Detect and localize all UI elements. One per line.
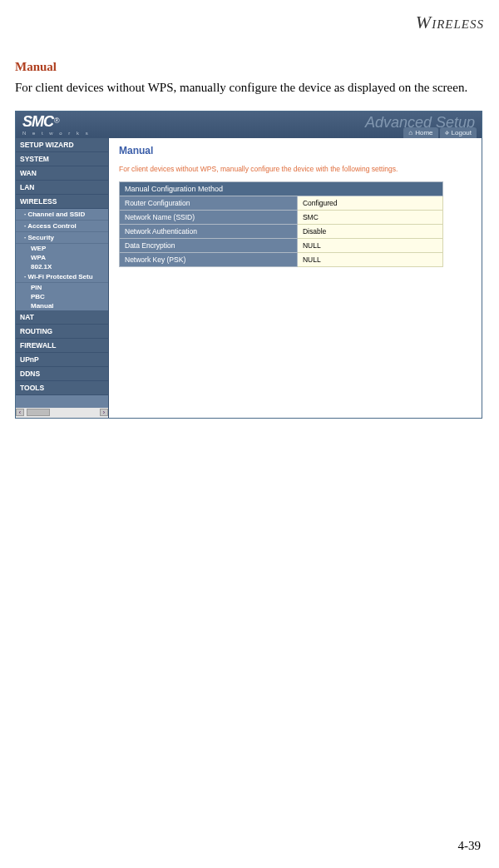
home-icon: ⌂: [408, 129, 413, 136]
table-row: Network Authentication Disable: [120, 224, 443, 238]
sidebar-item-pbc[interactable]: PBC: [16, 292, 108, 301]
cfg-label: Router Configuration: [120, 196, 298, 210]
top-banner: SMC® N e t w o r k s Advanced Setup ⌂ Ho…: [16, 112, 482, 138]
sidebar-item-upnp[interactable]: UPnP: [16, 353, 108, 367]
sidebar-item-wps[interactable]: Wi-Fi Protected Setu: [16, 271, 108, 283]
sidebar-item-wizard[interactable]: SETUP WIZARD: [16, 138, 108, 152]
header-word: IRELESS: [432, 17, 484, 31]
scroll-right-icon[interactable]: ›: [100, 409, 108, 416]
sidebar-scrollbar[interactable]: ‹ ›: [16, 408, 108, 418]
logout-tab[interactable]: ⎆ Logout: [440, 127, 477, 138]
sidebar: SETUP WIZARD SYSTEM WAN LAN WIRELESS Cha…: [16, 138, 109, 418]
sidebar-item-access[interactable]: Access Control: [16, 221, 108, 232]
sidebar-item-routing[interactable]: ROUTING: [16, 325, 108, 339]
sidebar-item-system[interactable]: SYSTEM: [16, 152, 108, 166]
sidebar-spacer: [16, 395, 108, 408]
scroll-thumb[interactable]: [27, 409, 50, 416]
table-row: Network Name (SSID) SMC: [120, 210, 443, 224]
sidebar-item-lan[interactable]: LAN: [16, 181, 108, 195]
table-header: Manual Configuration Method: [120, 181, 443, 196]
table-row: Data Encryption NULL: [120, 238, 443, 252]
cfg-label: Network Authentication: [120, 224, 298, 238]
section-heading: Manual: [0, 38, 499, 77]
sidebar-item-tools[interactable]: TOOLS: [16, 381, 108, 395]
content-title: Manual: [119, 145, 475, 156]
cfg-label: Network Key (PSK): [120, 252, 298, 266]
sidebar-item-channel[interactable]: Channel and SSID: [16, 209, 108, 221]
brand-subtext: N e t w o r k s: [22, 131, 91, 136]
cfg-label: Network Name (SSID): [120, 210, 298, 224]
sidebar-item-wpa[interactable]: WPA: [16, 253, 108, 262]
sidebar-item-wireless[interactable]: WIRELESS: [16, 195, 108, 209]
logout-icon: ⎆: [445, 129, 449, 136]
sidebar-item-manual[interactable]: Manual: [16, 301, 108, 310]
cfg-value: NULL: [297, 252, 442, 266]
home-label: Home: [415, 129, 432, 136]
sidebar-item-8021x[interactable]: 802.1X: [16, 262, 108, 271]
sidebar-item-ddns[interactable]: DDNS: [16, 367, 108, 381]
brand-reg: ®: [54, 117, 60, 125]
header-capital: W: [416, 12, 432, 32]
logout-label: Logout: [452, 129, 472, 136]
cfg-label: Data Encryption: [120, 238, 298, 252]
content-area: Manual For client devices without WPS, m…: [109, 138, 482, 418]
cfg-value: SMC: [297, 210, 442, 224]
brand-block: SMC® N e t w o r k s: [22, 113, 91, 136]
page-header: WIRELESS: [0, 0, 499, 38]
page-number: 4-39: [458, 839, 482, 853]
config-table: Manual Configuration Method Router Confi…: [119, 181, 443, 267]
cfg-value: Disable: [297, 224, 442, 238]
router-screenshot: SMC® N e t w o r k s Advanced Setup ⌂ Ho…: [15, 111, 482, 419]
cfg-value: NULL: [297, 238, 442, 252]
sidebar-item-wep[interactable]: WEP: [16, 244, 108, 253]
table-row: Router Configuration Configured: [120, 196, 443, 210]
sidebar-item-pin[interactable]: PIN: [16, 283, 108, 292]
scroll-left-icon[interactable]: ‹: [16, 409, 24, 416]
sidebar-item-wan[interactable]: WAN: [16, 166, 108, 181]
sidebar-item-firewall[interactable]: FIREWALL: [16, 339, 108, 353]
home-tab[interactable]: ⌂ Home: [403, 127, 437, 138]
sidebar-item-nat[interactable]: NAT: [16, 310, 108, 325]
brand-logo: SMC: [22, 113, 53, 130]
sidebar-item-security[interactable]: Security: [16, 232, 108, 244]
top-tabs: ⌂ Home ⎆ Logout: [403, 127, 477, 138]
content-note: For client devices without WPS, manually…: [119, 165, 475, 173]
body-text: For client devices without WPS, manually…: [0, 77, 499, 106]
table-row: Network Key (PSK) NULL: [120, 252, 443, 266]
cfg-value: Configured: [297, 196, 442, 210]
